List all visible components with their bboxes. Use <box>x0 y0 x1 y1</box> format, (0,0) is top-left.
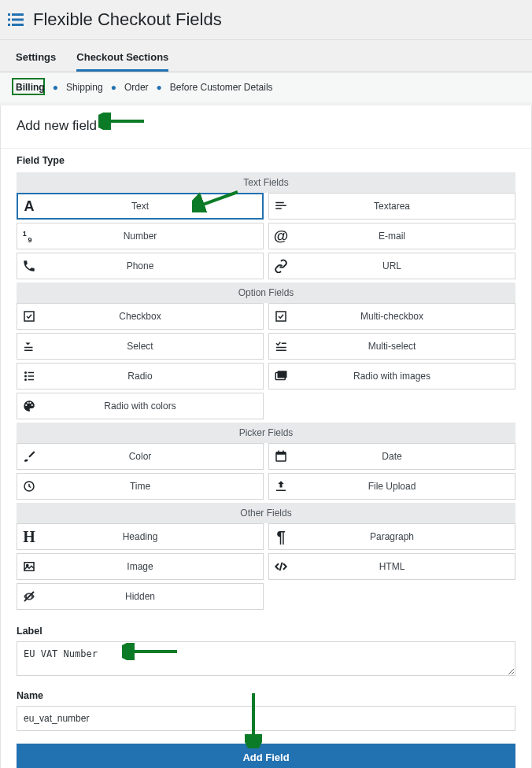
field-type-label: Hidden <box>41 591 263 602</box>
field-type-label: HTML <box>293 561 515 572</box>
select-icon <box>17 339 41 353</box>
field-type-color[interactable]: Color <box>17 443 264 470</box>
svg-rect-1 <box>12 13 24 16</box>
field-type-phone[interactable]: Phone <box>17 253 264 279</box>
field-type-time[interactable]: Time <box>17 473 264 500</box>
field-type-html[interactable]: HTML <box>268 553 515 580</box>
field-type-label: Multi-select <box>293 341 515 352</box>
field-type-checkbox[interactable]: Checkbox <box>17 303 264 330</box>
svg-rect-0 <box>8 13 10 16</box>
section-shipping[interactable]: Shipping <box>66 82 103 93</box>
svg-point-22 <box>24 378 27 381</box>
field-type-label: Multi-checkbox <box>293 311 515 322</box>
page-title: Flexible Checkout Fields <box>33 9 222 30</box>
field-type-label: Number <box>41 231 263 242</box>
field-type-url[interactable]: URL <box>268 253 515 279</box>
svg-rect-17 <box>24 350 33 352</box>
field-type-label: Textarea <box>293 201 515 212</box>
svg-rect-23 <box>28 379 35 381</box>
svg-rect-19 <box>28 372 35 374</box>
svg-rect-34 <box>283 451 284 453</box>
group-heading-text: Text Fields <box>17 172 515 193</box>
svg-rect-29 <box>278 371 287 378</box>
field-type-label: Radio <box>41 371 263 382</box>
svg-rect-32 <box>276 452 286 455</box>
section-before-customer[interactable]: Before Customer Details <box>170 82 273 93</box>
sections-row: Billing ● Shipping ● Order ● Before Cust… <box>0 72 532 102</box>
svg-rect-2 <box>8 19 10 21</box>
field-type-radio-images[interactable]: Radio with images <box>268 363 515 390</box>
name-field-label: Name <box>1 684 531 706</box>
svg-point-18 <box>24 371 27 374</box>
tab-checkout-sections[interactable]: Checkout Sections <box>76 45 168 72</box>
field-type-select[interactable]: Select <box>17 333 264 360</box>
name-input[interactable] <box>17 706 515 731</box>
svg-rect-13 <box>275 205 286 207</box>
field-type-label: Checkbox <box>41 311 263 322</box>
svg-rect-5 <box>12 24 24 26</box>
field-type-label: Color <box>41 451 263 462</box>
image-icon <box>17 559 41 574</box>
palette-icon <box>17 399 41 413</box>
link-icon <box>269 259 293 273</box>
field-type-number[interactable]: 19 Number <box>17 223 264 249</box>
svg-text:1: 1 <box>23 230 27 238</box>
svg-rect-21 <box>28 375 35 377</box>
field-type-text[interactable]: A Text <box>17 193 264 220</box>
svg-rect-14 <box>275 208 282 209</box>
heading-icon: H <box>17 528 41 546</box>
field-type-paragraph[interactable]: ¶ Paragraph <box>268 523 515 550</box>
field-type-label: E-mail <box>293 231 515 242</box>
separator-dot: ● <box>111 82 116 93</box>
field-type-hidden[interactable]: Hidden <box>17 583 264 610</box>
field-type-label: Paragraph <box>293 531 515 542</box>
add-field-button[interactable]: Add Field <box>17 744 515 768</box>
page-header: Flexible Checkout Fields <box>0 0 532 40</box>
field-type-label: Date <box>293 451 515 462</box>
tab-settings[interactable]: Settings <box>16 45 56 72</box>
radio-icon <box>17 369 41 383</box>
field-type-multi-checkbox[interactable]: Multi-checkbox <box>268 303 515 330</box>
field-type-label: URL <box>293 260 515 271</box>
field-type-textarea[interactable]: Textarea <box>268 193 515 220</box>
field-type-label: Radio with colors <box>41 401 263 412</box>
field-type-email[interactable]: @ E-mail <box>268 223 515 249</box>
panel-heading: Add new field <box>1 105 531 149</box>
tab-bar: Settings Checkout Sections <box>0 40 532 72</box>
field-type-label: Time <box>41 481 263 492</box>
section-order[interactable]: Order <box>124 82 149 93</box>
annotation-arrow-icon <box>98 113 146 130</box>
svg-text:9: 9 <box>28 236 32 244</box>
section-billing[interactable]: Billing <box>16 82 45 93</box>
group-heading-other: Other Fields <box>17 503 515 523</box>
images-icon <box>269 369 293 383</box>
field-type-heading[interactable]: H Heading <box>17 523 264 550</box>
field-type-label: Select <box>41 341 263 352</box>
svg-rect-27 <box>276 350 286 352</box>
field-type-label: File Upload <box>293 481 515 492</box>
add-field-panel: Add new field Field Type Text Fields A T… <box>0 105 532 768</box>
field-type-date[interactable]: Date <box>268 443 515 470</box>
hidden-icon <box>17 589 41 604</box>
group-heading-picker: Picker Fields <box>17 423 515 443</box>
field-type-label: Field Type <box>1 149 531 171</box>
svg-rect-15 <box>24 312 34 321</box>
text-icon: A <box>17 198 41 215</box>
email-icon: @ <box>269 227 293 245</box>
menu-icon <box>6 10 25 29</box>
field-type-image[interactable]: Image <box>17 553 264 580</box>
svg-rect-3 <box>12 19 24 21</box>
svg-rect-4 <box>8 24 10 26</box>
code-icon <box>269 559 293 574</box>
svg-rect-24 <box>276 312 286 321</box>
field-type-file[interactable]: File Upload <box>268 473 515 500</box>
number-icon: 19 <box>17 229 41 243</box>
label-input[interactable]: EU VAT Number <box>17 641 515 676</box>
field-type-multi-select[interactable]: Multi-select <box>268 333 515 360</box>
svg-rect-25 <box>282 343 286 345</box>
calendar-icon <box>269 449 293 463</box>
field-type-radio-colors[interactable]: Radio with colors <box>17 393 264 419</box>
upload-icon <box>269 479 293 493</box>
group-heading-option: Option Fields <box>17 282 515 303</box>
field-type-radio[interactable]: Radio <box>17 363 264 390</box>
